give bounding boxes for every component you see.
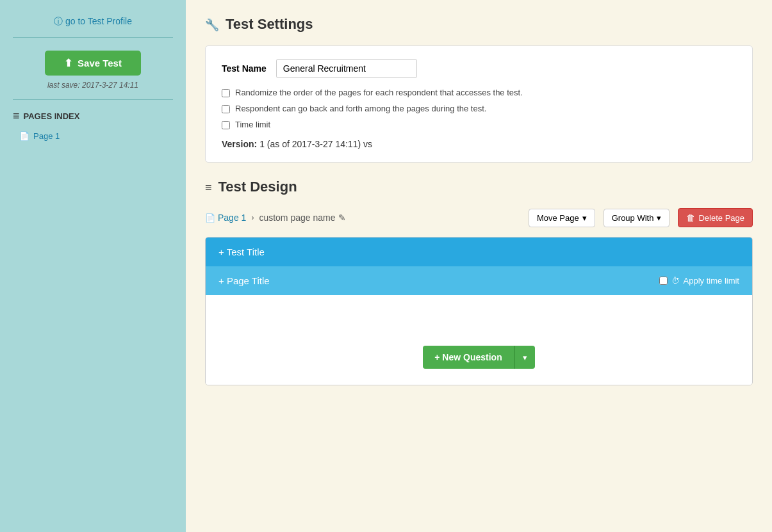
test-name-row: Test Name [222, 59, 736, 78]
clock-icon [671, 276, 680, 286]
breadcrumb-chevron-icon: › [251, 213, 254, 222]
save-test-button[interactable]: Save Test [45, 51, 141, 76]
list-icon [13, 109, 20, 123]
edit-pencil-icon[interactable]: ✎ [338, 213, 346, 223]
trash-icon [686, 213, 695, 223]
time-limit-checkbox[interactable] [222, 121, 230, 129]
new-question-button[interactable]: + New Question [423, 346, 514, 369]
main-content: Test Settings Test Name Randomize the or… [186, 0, 772, 532]
version-label: Version: [222, 139, 257, 149]
new-question-dropdown-button[interactable]: ▾ [514, 346, 535, 369]
test-settings-title: Test Settings [205, 16, 753, 33]
design-list-icon [205, 179, 212, 195]
test-settings-box: Test Name Randomize the order of the pag… [205, 45, 753, 163]
page-breadcrumb: Page 1 › custom page name ✎ Move Page ▾ … [205, 208, 753, 227]
page-icon [19, 131, 29, 141]
new-question-group: + New Question ▾ [423, 346, 534, 369]
sidebar-item-page1[interactable]: Page 1 [13, 129, 173, 143]
design-area: + Test Title + Page Title Apply time lim… [205, 237, 753, 385]
delete-page-button[interactable]: Delete Page [678, 208, 753, 227]
go-back-checkbox[interactable] [222, 105, 230, 113]
group-with-caret-icon: ▾ [657, 213, 661, 223]
test-name-label: Test Name [222, 63, 267, 74]
save-section: Save Test last save: 2017-3-27 14:11 [13, 38, 173, 100]
last-save-text: last save: 2017-3-27 14:11 [13, 81, 173, 90]
apply-time-limit-checkbox[interactable] [659, 277, 668, 285]
pages-section: PAGES INDEX Page 1 [13, 100, 173, 149]
move-page-caret-icon: ▾ [582, 213, 587, 223]
questions-area: + New Question ▾ [206, 295, 752, 385]
upload-icon [64, 57, 72, 69]
sidebar: ⓘ go to Test Profile Save Test last save… [0, 0, 186, 532]
version-value: 1 (as of 2017-3-27 14:11) vs [259, 139, 372, 149]
page-title-bar[interactable]: + Page Title Apply time limit [206, 266, 752, 295]
breadcrumb-page-icon [205, 213, 215, 223]
go-back-label: Respondent can go back and forth among t… [235, 104, 486, 113]
group-with-button[interactable]: Group With ▾ [604, 209, 670, 227]
randomize-pages-checkbox[interactable] [222, 89, 230, 97]
time-limit-checkbox-row: Time limit [222, 120, 736, 129]
randomize-checkbox-row: Randomize the order of the pages for eac… [222, 88, 736, 97]
time-limit-label: Time limit [235, 120, 270, 129]
test-title-bar[interactable]: + Test Title [206, 238, 752, 266]
new-question-caret-icon: ▾ [523, 353, 527, 362]
goto-test-profile-link[interactable]: ⓘ go to Test Profile [54, 16, 132, 26]
version-row: Version: 1 (as of 2017-3-27 14:11) vs [222, 139, 736, 149]
goto-test-profile-section: ⓘ go to Test Profile [13, 10, 173, 38]
info-icon: ⓘ [54, 16, 65, 26]
apply-time-limit-row: Apply time limit [659, 276, 739, 286]
move-page-button[interactable]: Move Page ▾ [529, 209, 595, 227]
wrench-icon [205, 16, 219, 33]
breadcrumb-page1[interactable]: Page 1 [205, 213, 246, 223]
test-design-title: Test Design [205, 179, 753, 195]
test-name-input[interactable] [276, 59, 417, 78]
breadcrumb-custom-name: custom page name ✎ [259, 213, 346, 223]
pages-index-title: PAGES INDEX [13, 109, 173, 123]
randomize-pages-label: Randomize the order of the pages for eac… [235, 88, 523, 97]
go-back-checkbox-row: Respondent can go back and forth among t… [222, 104, 736, 113]
